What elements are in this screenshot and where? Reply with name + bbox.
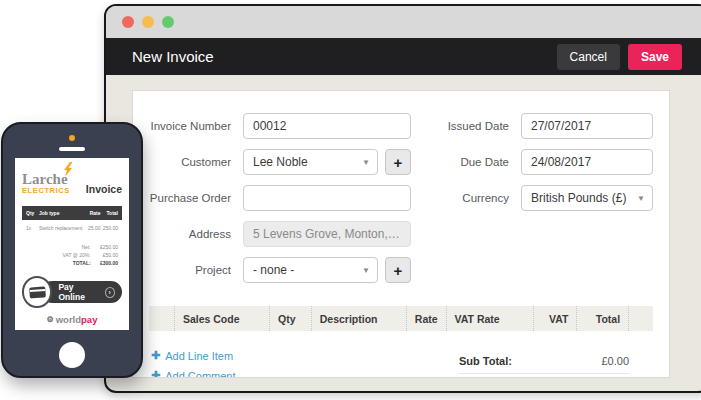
close-window-button[interactable] (122, 16, 134, 28)
page-header: New Invoice Cancel Save (106, 38, 701, 75)
window-titlebar (106, 6, 701, 38)
phone-grand-total-label: TOTAL: (73, 260, 91, 266)
phone-vat-row: VAT @ 20%: £50.00 (22, 251, 118, 259)
customer-row: Customer Lee Noble ▼ + (149, 149, 411, 175)
phone-mockup: Larche ELECTRICS Invoice Qty Job type Ra… (1, 122, 143, 378)
add-actions: ✚ Add Line Item ✚ Add Comment (149, 349, 459, 378)
save-button[interactable]: Save (628, 44, 682, 70)
currency-select[interactable]: British Pounds (£) ▼ (521, 185, 653, 211)
phone-net-label: Net: (81, 244, 90, 250)
project-selected-value: - none - (253, 263, 294, 277)
currency-selected-value: British Pounds (£) (531, 191, 626, 205)
phone-grand-total-row: TOTAL: £300.00 (22, 259, 118, 267)
worldpay-word-pay: pay (81, 314, 97, 325)
invoice-form-panel: Invoice Number Customer Lee Noble ▼ (132, 90, 670, 378)
form-left-column: Invoice Number Customer Lee Noble ▼ (149, 113, 411, 293)
worldpay-word-world: worldpay (56, 314, 98, 325)
customer-control: Lee Noble ▼ + (243, 149, 411, 175)
phone-table-row: 1x Switch replacement 25.00 250.00 (22, 220, 122, 236)
phone-table-header: Qty Job type Rate Total (22, 206, 122, 220)
lightning-bolt-icon (62, 162, 73, 181)
invoice-app-window: New Invoice Cancel Save Invoice Number (104, 4, 701, 393)
page-content: Invoice Number Customer Lee Noble ▼ (106, 90, 701, 393)
col-blank-left (149, 306, 175, 331)
phone-col-rate: Rate (83, 210, 100, 216)
maximize-window-button[interactable] (162, 16, 174, 28)
col-vat-rate: VAT Rate (447, 306, 534, 331)
issued-date-row: Issued Date (437, 113, 653, 139)
chevron-right-icon: › (105, 287, 115, 298)
phone-col-job-type: Job type (39, 210, 83, 216)
invoice-doc-title: Invoice (86, 183, 122, 195)
sub-total-row: Sub Total: £0.00 (459, 349, 629, 374)
project-row: Project - none - ▼ + (149, 257, 411, 283)
invoice-doc-header: Larche ELECTRICS Invoice (22, 173, 122, 195)
customer-select[interactable]: Lee Noble ▼ (243, 149, 378, 175)
larche-electrics-logo: Larche ELECTRICS (22, 173, 70, 195)
project-select[interactable]: - none - ▼ (243, 257, 378, 283)
invoice-number-input[interactable] (243, 113, 411, 139)
address-row: Address (149, 221, 411, 247)
col-qty: Qty (270, 306, 312, 331)
phone-grand-total-value: £300.00 (92, 259, 118, 267)
phone-vat-value: £50.00 (92, 251, 118, 259)
phone-col-total: Total (101, 210, 118, 216)
add-line-item-link[interactable]: ✚ Add Line Item (151, 349, 459, 362)
phone-camera-dot (69, 135, 75, 141)
add-comment-label: Add Comment (165, 370, 235, 379)
issued-date-label: Issued Date (437, 120, 509, 132)
phone-net-value: £250.00 (92, 243, 118, 251)
phone-net-row: Net: £250.00 (22, 243, 118, 251)
add-customer-button[interactable]: + (385, 149, 411, 175)
invoice-number-row: Invoice Number (149, 113, 411, 139)
currency-label: Currency (437, 192, 509, 204)
purchase-order-input[interactable] (243, 185, 411, 211)
issued-date-control (521, 113, 653, 139)
worldpay-gear-icon: ⚙ (47, 316, 54, 324)
project-label: Project (149, 264, 231, 276)
purchase-order-row: Purchase Order (149, 185, 411, 211)
invoice-form: Invoice Number Customer Lee Noble ▼ (149, 113, 653, 293)
phone-home-button[interactable] (59, 342, 85, 368)
logo-subtitle: ELECTRICS (22, 186, 70, 195)
phone-row-job-type: Switch replacement (39, 225, 83, 231)
credit-card-icon (22, 276, 52, 308)
pay-online-label: Pay Online (58, 282, 99, 302)
due-date-input[interactable] (521, 149, 653, 175)
due-date-label: Due Date (437, 156, 509, 168)
currency-row: Currency British Pounds (£) ▼ (437, 185, 653, 211)
col-blank-right (629, 306, 653, 331)
address-label: Address (149, 228, 231, 240)
marketing-composite: New Invoice Cancel Save Invoice Number (0, 0, 701, 400)
address-control (243, 221, 411, 247)
customer-label: Customer (149, 156, 231, 168)
add-project-button[interactable]: + (385, 257, 411, 283)
customer-selected-value: Lee Noble (253, 155, 308, 169)
phone-row-qty: 1x (26, 225, 39, 231)
line-items-header: Sales Code Qty Description Rate VAT Rate… (149, 306, 653, 331)
pay-online-area: Pay Online › (22, 276, 122, 308)
phone-col-qty: Qty (26, 210, 39, 216)
purchase-order-label: Purchase Order (149, 192, 231, 204)
worldpay-logo: ⚙ worldpay (22, 314, 122, 325)
sub-total-value: £0.00 (601, 355, 629, 367)
add-comment-link[interactable]: ✚ Add Comment (151, 369, 459, 378)
cancel-button[interactable]: Cancel (557, 44, 620, 70)
phone-screen: Larche ELECTRICS Invoice Qty Job type Ra… (15, 158, 129, 330)
due-date-control (521, 149, 653, 175)
pay-online-button[interactable]: Pay Online › (41, 281, 122, 303)
phone-speaker (59, 147, 85, 151)
minimize-window-button[interactable] (142, 16, 154, 28)
issued-date-input[interactable] (521, 113, 653, 139)
sub-total-label: Sub Total: (459, 355, 512, 367)
purchase-order-control (243, 185, 411, 211)
chevron-down-icon: ▼ (362, 267, 370, 275)
form-right-column: Issued Date Due Date Curre (437, 113, 653, 293)
chevron-down-icon: ▼ (362, 159, 370, 167)
invoice-number-label: Invoice Number (149, 120, 231, 132)
col-sales-code: Sales Code (175, 306, 270, 331)
plus-icon: ✚ (151, 369, 160, 378)
due-date-row: Due Date (437, 149, 653, 175)
col-vat: VAT (534, 306, 578, 331)
add-line-item-label: Add Line Item (165, 350, 233, 362)
